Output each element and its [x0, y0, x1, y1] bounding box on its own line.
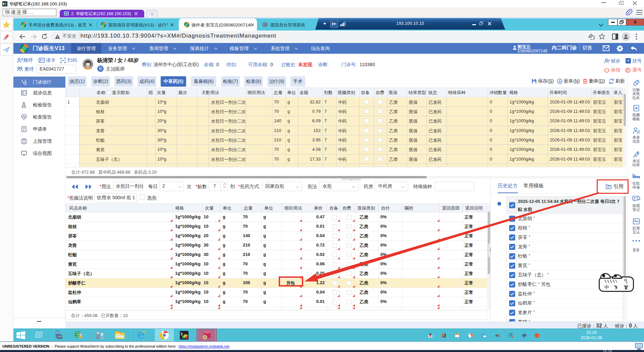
svg-text:中: 中 — [522, 333, 527, 338]
